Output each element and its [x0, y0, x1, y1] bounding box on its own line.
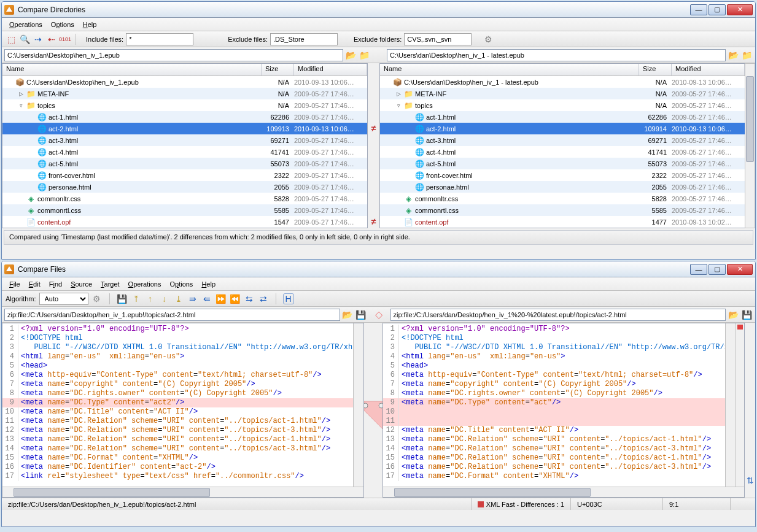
- code-line[interactable]: 12<meta name="DC.Title" content="ACT II"…: [383, 426, 744, 435]
- maximize-button[interactable]: ▢: [708, 264, 726, 275]
- code-line[interactable]: 4<html lang="en-us" xml:lang="en-us">: [2, 352, 363, 361]
- menu-operations[interactable]: Operations: [125, 279, 165, 289]
- col-size[interactable]: Size: [639, 64, 672, 75]
- col-name[interactable]: Name: [2, 64, 262, 75]
- code-line[interactable]: 1<?xml version="1.0" encoding="UTF-8"?>: [383, 325, 744, 334]
- copy-all-left-icon[interactable]: ⏪: [230, 293, 241, 304]
- compare-icon[interactable]: ⬚: [6, 34, 17, 45]
- menu-source[interactable]: Source: [67, 279, 96, 289]
- include-input[interactable]: [126, 33, 193, 45]
- code-line[interactable]: 15<meta name="DC.Relation" scheme="URI" …: [383, 453, 744, 463]
- prev-diff-icon[interactable]: ↑: [145, 293, 156, 304]
- save-right-icon[interactable]: 💾: [740, 309, 753, 321]
- exclude-folders-input[interactable]: [404, 33, 472, 45]
- table-row[interactable]: 📄content.opf15472009-05-27 17:46…: [2, 216, 367, 228]
- code-line[interactable]: 11: [383, 417, 744, 426]
- menu-help[interactable]: Help: [198, 279, 219, 289]
- exclude-input[interactable]: [270, 33, 338, 45]
- merge2-icon[interactable]: ⇄: [258, 293, 269, 304]
- code-line[interactable]: 1<?xml version="1.0" encoding="UTF-8"?>: [2, 325, 363, 334]
- code-line[interactable]: 17<link rel="stylesheet" type="text/css"…: [2, 472, 363, 481]
- menu-operations[interactable]: Operations: [6, 20, 46, 29]
- code-line[interactable]: 10: [383, 407, 744, 417]
- table-row[interactable]: ▷📁META-INFN/A2009-05-27 17:46…: [380, 88, 745, 99]
- code-line[interactable]: 3 PUBLIC "-//W3C//DTD XHTML 1.0 Transiti…: [2, 343, 363, 352]
- expander-icon[interactable]: ▿: [18, 102, 25, 109]
- table-row[interactable]: 🌐act-5.html550732009-05-27 17:46…: [2, 158, 367, 169]
- code-line[interactable]: 2<!DOCTYPE html: [2, 334, 363, 343]
- table-row[interactable]: ◈commonrtl.css55852009-05-27 17:46…: [2, 204, 367, 216]
- table-row[interactable]: 🌐personae.html20552009-05-27 17:46…: [380, 181, 745, 193]
- code-line[interactable]: 15<meta name="DC.Format" content="XHTML"…: [2, 453, 363, 463]
- close-button[interactable]: ✕: [727, 4, 753, 15]
- algorithm-select[interactable]: Auto: [39, 293, 88, 305]
- code-line[interactable]: 13<meta name="DC.Relation" scheme="URI" …: [2, 435, 363, 444]
- binary-icon[interactable]: 0101: [60, 34, 71, 45]
- save-icon[interactable]: 💾: [117, 293, 128, 304]
- expander-icon[interactable]: ▷: [18, 90, 25, 97]
- left-path-input[interactable]: [4, 49, 343, 61]
- code-line[interactable]: 6<meta http-equiv="Content-Type" content…: [383, 371, 744, 380]
- table-row[interactable]: 📄content.opf14772010-09-13 10:02…: [380, 216, 745, 228]
- refresh-icon[interactable]: 🔍: [19, 34, 30, 45]
- browse-right-icon[interactable]: 📂: [727, 49, 739, 61]
- table-row[interactable]: 🌐act-1.html622862009-05-27 17:46…: [2, 111, 367, 123]
- code-line[interactable]: 7<meta name="copyright" content="(C) Cop…: [383, 380, 744, 389]
- sync-scroll-toggle[interactable]: ⇅: [745, 323, 755, 498]
- history-right-icon[interactable]: 📁: [740, 49, 753, 61]
- code-line[interactable]: 6<meta http-equiv="Content-Type" content…: [2, 371, 363, 380]
- table-row[interactable]: 📦C:\Users\dan\Desktop\hen_iv_1.epubN/A20…: [2, 76, 367, 88]
- vscrollbar[interactable]: [745, 63, 755, 228]
- browse-left-icon[interactable]: 📂: [341, 309, 354, 321]
- code-line[interactable]: 11<meta name="DC.Relation" scheme="URI" …: [2, 417, 363, 426]
- table-row[interactable]: ◈commonltr.css58282009-05-27 17:46…: [2, 193, 367, 204]
- menu-target[interactable]: Target: [97, 279, 123, 289]
- expander-icon[interactable]: ▷: [395, 90, 402, 97]
- next-diff-icon[interactable]: ↓: [159, 293, 170, 304]
- merge-icon[interactable]: ⇆: [244, 293, 255, 304]
- left-file-input[interactable]: [4, 309, 340, 321]
- code-line[interactable]: 5<head>: [2, 361, 363, 371]
- table-row[interactable]: 🌐act-3.html692712009-05-27 17:46…: [380, 134, 745, 146]
- code-line[interactable]: 14<meta name="DC.Relation" scheme="URI" …: [383, 444, 744, 453]
- table-row[interactable]: 🌐act-2.html1099142010-09-13 10:06…: [380, 123, 745, 134]
- vscrollbar[interactable]: [353, 323, 363, 487]
- last-diff-icon[interactable]: ⤓: [173, 293, 184, 304]
- code-line[interactable]: 16<meta name="DC.Relation" scheme="URI" …: [383, 463, 744, 472]
- col-size[interactable]: Size: [262, 64, 294, 75]
- code-line[interactable]: 16<meta name="DC.Identifier" content="ac…: [2, 463, 363, 472]
- code-line[interactable]: 10<meta name="DC.Title" content="ACT II"…: [2, 407, 363, 417]
- table-row[interactable]: ▿📁topicsN/A2009-05-27 17:46…: [380, 99, 745, 111]
- table-row[interactable]: 🌐act-5.html550732009-05-27 17:46…: [380, 158, 745, 169]
- browse-right-icon[interactable]: 📂: [727, 309, 739, 321]
- menu-file[interactable]: File: [6, 279, 24, 289]
- minimize-button[interactable]: —: [690, 264, 707, 275]
- sync-right-icon[interactable]: ⇠: [46, 34, 57, 45]
- col-modified[interactable]: Modified: [294, 64, 367, 75]
- code-line[interactable]: 7<meta name="copyright" content="(C) Cop…: [2, 380, 363, 389]
- gear-icon[interactable]: ⚙: [91, 293, 103, 304]
- table-row[interactable]: 🌐act-1.html622862009-05-27 17:46…: [380, 111, 745, 123]
- table-row[interactable]: 🌐front-cover.html23222009-05-27 17:46…: [2, 169, 367, 181]
- table-row[interactable]: ▷📁META-INFN/A2009-05-27 17:46…: [2, 88, 367, 99]
- table-row[interactable]: ◈commonrtl.css55852009-05-27 17:46…: [380, 204, 745, 216]
- menu-edit[interactable]: Edit: [25, 279, 44, 289]
- code-line[interactable]: 13<meta name="DC.Relation" scheme="URI" …: [383, 435, 744, 444]
- diff-overview[interactable]: [736, 323, 744, 487]
- history-left-icon[interactable]: 📁: [358, 49, 370, 61]
- hscrollbar[interactable]: [383, 487, 744, 497]
- table-row[interactable]: 🌐front-cover.html23222009-05-27 17:46…: [380, 169, 745, 181]
- help-icon[interactable]: H: [283, 293, 294, 304]
- code-line[interactable]: 8<meta name="DC.rights.owner" content="(…: [2, 389, 363, 398]
- maximize-button[interactable]: ▢: [708, 4, 726, 15]
- minimize-button[interactable]: —: [690, 4, 707, 15]
- vscrollbar[interactable]: [725, 323, 736, 487]
- copy-left-icon[interactable]: ⇚: [201, 293, 212, 304]
- right-code-pane[interactable]: 1<?xml version="1.0" encoding="UTF-8"?>2…: [382, 323, 745, 498]
- right-path-input[interactable]: [387, 49, 726, 61]
- menu-help[interactable]: Help: [79, 20, 101, 29]
- code-line[interactable]: 8<meta name="DC.rights.owner" content="(…: [383, 389, 744, 398]
- code-line[interactable]: 9<meta name="DC.Type" content="act"/>: [383, 398, 744, 407]
- table-row[interactable]: 🌐act-4.html417412009-05-27 17:46…: [2, 146, 367, 158]
- copy-all-right-icon[interactable]: ⏩: [215, 293, 227, 304]
